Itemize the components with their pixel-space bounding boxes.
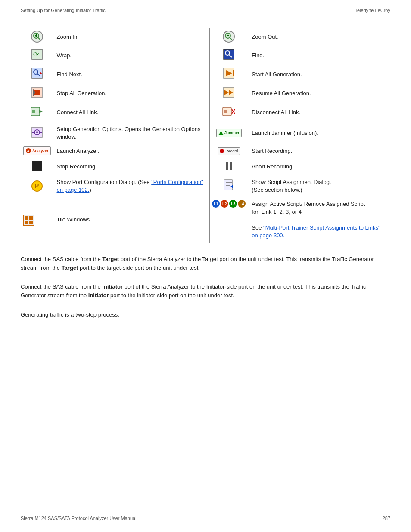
link-buttons-icons: L1 L2 L3 L4 <box>212 200 246 208</box>
connect-all-link-icon-cell <box>21 103 53 122</box>
resume-all-gen-icon <box>223 93 235 100</box>
wrap-icon: ⟳ <box>31 55 43 62</box>
find-next-label: Find Next. <box>53 65 210 84</box>
script-assign-icon-cell <box>210 175 248 197</box>
abort-recording-icon-cell <box>210 159 248 175</box>
resume-all-gen-icon-cell <box>210 84 248 103</box>
svg-point-30 <box>224 110 227 113</box>
table-row: Stop Recording. Abort Recording. <box>21 159 390 175</box>
wrap-label: Wrap. <box>53 46 210 65</box>
start-all-gen-icon <box>223 74 235 81</box>
stop-all-gen-icon-cell <box>21 84 53 103</box>
link-assign-label: Assign Active Script/ Remove Assigned Sc… <box>248 197 390 243</box>
page-footer: Sierra M124 SAS/SATA Protocol Analyzer U… <box>0 512 411 524</box>
link-1-icon: L1 <box>212 200 220 208</box>
svg-line-3 <box>38 38 40 40</box>
paragraph-1: Connect the SAS cable from the Target po… <box>21 255 390 272</box>
find-next-icon-cell <box>21 65 53 84</box>
table-row: Find Next. Start All Generation. <box>21 65 390 84</box>
footer-right: 287 <box>383 516 390 521</box>
wrap-icon-cell: ⟳ <box>21 46 53 65</box>
zoom-in-label: Zoom In. <box>53 28 210 46</box>
jammer-icon: Jammer <box>216 130 242 137</box>
script-assign-icon <box>223 186 235 192</box>
header-left: Setting Up for Generating Initiator Traf… <box>21 8 106 13</box>
abort-recording-label: Abort Recording. <box>248 159 390 175</box>
record-icon: Record <box>218 148 240 155</box>
paragraph-3: Generating traffic is a two-step process… <box>21 311 390 319</box>
link-buttons-icon-cell: L1 L2 L3 L4 <box>210 197 248 243</box>
table-row: P Show Port Configuration Dialog. (See "… <box>21 175 390 197</box>
stop-recording-icon-cell <box>21 159 53 175</box>
svg-text:⟳: ⟳ <box>33 51 39 58</box>
connect-all-link-label: Connect All Link. <box>53 103 210 122</box>
zoom-out-icon-cell <box>210 28 248 46</box>
paragraph-2: Connect the SAS cable from the Initiator… <box>21 283 390 300</box>
port-config-icon-cell: P <box>21 175 53 197</box>
svg-rect-42 <box>224 180 233 190</box>
analyzer-icon-cell: A Analyzer <box>21 144 53 159</box>
table-row: Zoom In. Zoom Out. <box>21 28 390 46</box>
zoom-out-label: Zoom Out. <box>248 28 390 46</box>
svg-text:A: A <box>27 149 30 153</box>
connect-all-link-icon <box>31 112 44 119</box>
footer-left: Sierra M124 SAS/SATA Protocol Analyzer U… <box>21 516 137 521</box>
page-content: Zoom In. Zoom Out. <box>0 16 411 364</box>
find-icon-cell <box>210 46 248 65</box>
find-label: Find. <box>248 46 390 65</box>
zoom-out-icon <box>223 31 235 43</box>
multi-port-link[interactable]: "Multi-Port Trainer Script Assignments t… <box>252 224 380 239</box>
tile-windows-icon <box>23 215 51 226</box>
link-4-icon: L4 <box>238 200 246 208</box>
jammer-label: Launch Jammer (Infusion). <box>248 122 390 144</box>
stop-all-gen-label: Stop All Generation. <box>53 84 210 103</box>
svg-point-35 <box>36 131 38 133</box>
analyzer-icon: A Analyzer <box>23 149 51 155</box>
table-row: Tile Windows L1 L2 L3 L4 Assign Active S… <box>21 197 390 243</box>
disconnect-all-link-icon-cell <box>210 103 248 122</box>
find-next-icon <box>31 74 43 81</box>
table-row: A Analyzer Launch Analyzer. Record <box>21 144 390 159</box>
start-all-gen-label: Start All Generation. <box>248 65 390 84</box>
disconnect-all-link-label: Disconnect All Link. <box>248 103 390 122</box>
port-config-icon: P <box>31 183 43 189</box>
table-row: ⟳ Wrap. Find. <box>21 46 390 65</box>
port-config-link[interactable]: "Ports Configuration" on page 102. <box>57 179 203 193</box>
icon-reference-table: Zoom In. Zoom Out. <box>21 28 390 243</box>
page-header: Setting Up for Generating Initiator Traf… <box>0 0 411 16</box>
jammer-icon-cell: Jammer <box>210 122 248 144</box>
stop-recording-label: Stop Recording. <box>53 159 210 175</box>
svg-point-27 <box>32 110 35 113</box>
disconnect-all-link-icon <box>222 112 235 119</box>
svg-line-7 <box>230 38 232 40</box>
zoom-in-icon-cell <box>21 28 53 46</box>
setup-gen-icon-cell <box>21 122 53 144</box>
table-row: Stop All Generation. Resume All Generati… <box>21 84 390 103</box>
analyzer-label: Launch Analyzer. <box>53 144 210 159</box>
link-2-icon: L2 <box>221 200 228 208</box>
link-3-icon: L3 <box>229 200 237 208</box>
stop-all-gen-icon <box>31 93 43 100</box>
resume-all-gen-label: Resume All Generation. <box>248 84 390 103</box>
start-recording-label: Start Recording. <box>248 144 390 159</box>
find-icon <box>223 55 235 62</box>
start-all-gen-icon-cell <box>210 65 248 84</box>
record-icon-cell: Record <box>210 144 248 159</box>
table-row: Connect All Link. Disconnect All Link. <box>21 103 390 122</box>
abort-recording-icon <box>226 165 232 171</box>
tile-windows-icon-cell <box>21 197 53 243</box>
setup-gen-icon <box>31 133 43 140</box>
zoom-in-icon <box>31 31 43 43</box>
stop-recording-icon <box>32 165 42 172</box>
port-config-label: Show Port Configuration Dialog. (See "Po… <box>53 175 210 197</box>
setup-gen-label: Setup Generation Options. Opens the Gene… <box>53 122 210 144</box>
table-row: Setup Generation Options. Opens the Gene… <box>21 122 390 144</box>
script-assign-label: Show Script Assignment Dialog. (See sect… <box>248 175 390 197</box>
header-right: Teledyne LeCroy <box>355 8 390 13</box>
svg-marker-28 <box>39 110 43 113</box>
tile-windows-label: Tile Windows <box>53 197 210 243</box>
